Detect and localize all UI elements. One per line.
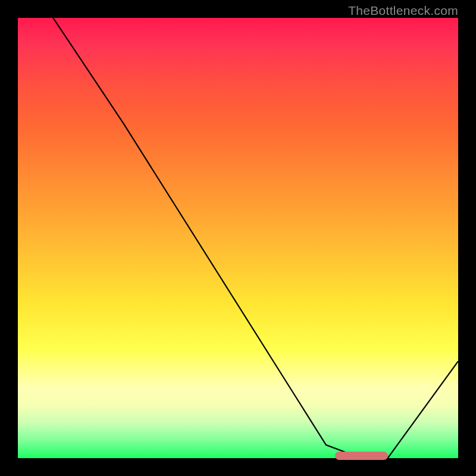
plot-area	[18, 18, 458, 458]
curve-svg	[18, 18, 458, 458]
optimal-range-marker	[335, 452, 388, 460]
watermark-label: TheBottleneck.com	[348, 4, 458, 18]
bottleneck-curve	[53, 18, 458, 458]
chart-container: TheBottleneck.com	[0, 0, 476, 476]
